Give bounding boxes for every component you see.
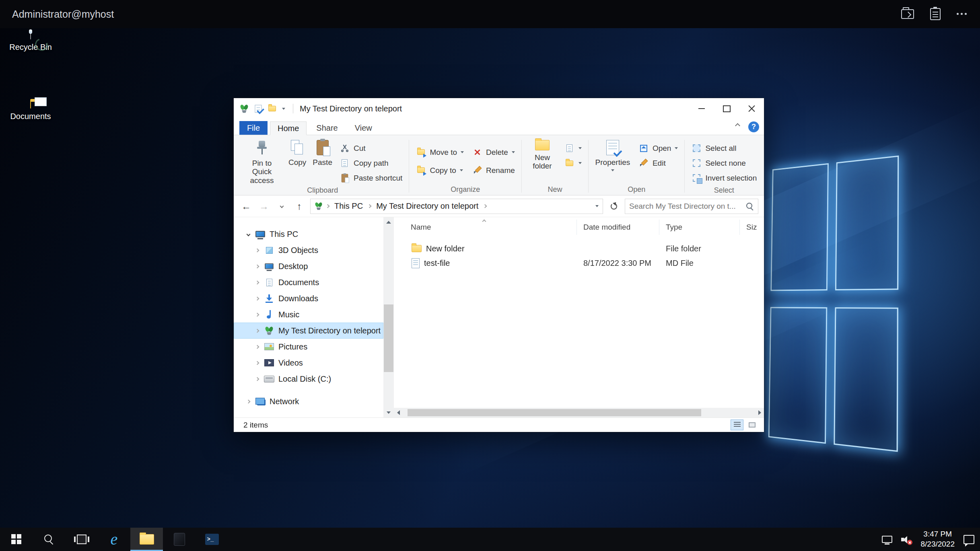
paste-shortcut-button[interactable]: Paste shortcut <box>336 171 406 185</box>
cut-button[interactable]: Cut <box>336 141 406 156</box>
expander-icon[interactable] <box>252 329 262 332</box>
column-header-name[interactable]: Name <box>394 220 577 235</box>
powershell-button[interactable]: >_ <box>196 528 228 551</box>
help-icon[interactable]: ? <box>748 121 759 132</box>
nav-item-local-disk-c[interactable]: Local Disk (C:) <box>234 371 383 387</box>
nav-item-videos[interactable]: Videos <box>234 355 383 371</box>
more-options-icon[interactable] <box>957 13 968 15</box>
expander-icon[interactable] <box>252 297 262 300</box>
nav-item-network[interactable]: Network <box>234 393 383 409</box>
expander-icon[interactable] <box>252 378 262 380</box>
breadcrumb-chevron-icon[interactable] <box>483 204 487 208</box>
breadcrumb-chevron-icon[interactable] <box>368 204 372 208</box>
forward-button[interactable]: → <box>257 199 271 213</box>
scroll-down-icon[interactable] <box>383 408 394 417</box>
tray-volume-muted-icon[interactable] <box>901 535 912 544</box>
new-folder-qat-icon[interactable] <box>268 106 276 111</box>
expander-icon[interactable] <box>252 265 262 268</box>
maximize-button[interactable] <box>714 98 739 119</box>
recent-locations-caret-icon[interactable] <box>275 199 288 213</box>
tab-view[interactable]: View <box>348 121 379 135</box>
breadcrumb-current-folder[interactable]: My Test Directory on teleport <box>375 201 480 212</box>
select-all-button[interactable]: Select all <box>688 141 760 156</box>
delete-button[interactable]: Delete <box>469 143 518 161</box>
expander-icon[interactable] <box>252 313 262 316</box>
customize-qat-caret-icon[interactable] <box>282 108 285 110</box>
collapse-ribbon-icon[interactable] <box>735 123 740 128</box>
breadcrumb-this-pc[interactable]: This PC <box>333 201 364 212</box>
nav-item-this-pc[interactable]: This PC <box>234 226 383 242</box>
scroll-right-icon[interactable] <box>755 408 764 417</box>
pin-to-quick-access-button[interactable]: Pin to Quick access <box>239 138 284 185</box>
minimize-button[interactable] <box>689 98 714 119</box>
nav-item-3d-objects[interactable]: 3D Objects <box>234 242 383 258</box>
search-input[interactable] <box>629 202 743 211</box>
taskbar-clock[interactable]: 3:47 PM 8/23/2022 <box>920 529 955 549</box>
expander-icon[interactable] <box>252 281 262 284</box>
address-bar[interactable]: This PC My Test Directory on teleport <box>310 199 603 214</box>
scroll-left-icon[interactable] <box>394 408 403 417</box>
nav-item-pictures[interactable]: Pictures <box>234 339 383 355</box>
column-header-type[interactable]: Type <box>659 220 740 235</box>
move-to-button[interactable]: Move to <box>412 143 467 161</box>
new-folder-button[interactable]: New folder <box>525 138 560 171</box>
nav-item-desktop[interactable]: Desktop <box>234 258 383 274</box>
expander-icon[interactable] <box>252 362 262 364</box>
properties-button[interactable]: Properties <box>592 138 634 171</box>
task-view-button[interactable] <box>65 528 98 551</box>
tray-display-icon[interactable] <box>882 536 892 543</box>
nav-item-downloads[interactable]: Downloads <box>234 290 383 306</box>
rename-button[interactable]: Rename <box>469 161 518 179</box>
large-icons-view-button[interactable] <box>745 419 758 430</box>
edit-button[interactable]: Edit <box>635 156 681 171</box>
properties-qat-icon[interactable] <box>255 105 262 113</box>
tab-file[interactable]: File <box>239 121 268 135</box>
paste-button[interactable]: Paste <box>310 138 335 167</box>
taskbar-search-button[interactable] <box>33 528 65 551</box>
expander-icon[interactable] <box>252 345 262 348</box>
address-dropdown-caret-icon[interactable] <box>595 205 599 207</box>
invert-selection-button[interactable]: Invert selection <box>688 171 760 185</box>
tab-share[interactable]: Share <box>309 121 345 135</box>
column-header-size[interactable]: Siz <box>740 220 764 235</box>
expander-icon[interactable] <box>243 400 253 403</box>
new-item-button[interactable] <box>561 141 585 156</box>
details-view-button[interactable] <box>731 419 743 430</box>
expander-icon[interactable] <box>243 233 253 236</box>
back-button[interactable]: ← <box>239 199 253 213</box>
nav-vertical-scrollbar[interactable] <box>383 217 394 417</box>
breadcrumb-chevron-icon[interactable] <box>326 204 330 208</box>
select-none-button[interactable]: Select none <box>688 156 760 171</box>
open-button[interactable]: Open <box>635 141 681 156</box>
file-row-new-folder[interactable]: New folder File folder <box>394 241 764 256</box>
title-bar[interactable]: My Test Directory on teleport <box>234 98 764 119</box>
scrollbar-thumb[interactable] <box>384 304 393 372</box>
easy-access-button[interactable] <box>561 156 585 171</box>
pinned-app-button[interactable] <box>163 528 196 551</box>
internet-explorer-button[interactable]: e <box>98 528 130 551</box>
scrollbar-thumb[interactable] <box>408 409 701 416</box>
scroll-up-icon[interactable] <box>383 217 394 227</box>
expander-icon[interactable] <box>252 249 262 252</box>
column-header-date-modified[interactable]: Date modified <box>577 220 659 235</box>
search-icon[interactable] <box>746 202 754 210</box>
tab-home[interactable]: Home <box>270 121 307 135</box>
start-button[interactable] <box>0 528 33 551</box>
copy-to-button[interactable]: Copy to <box>412 161 467 179</box>
file-transfer-icon[interactable] <box>901 9 914 19</box>
desktop-icon-documents[interactable]: Documents <box>3 101 58 121</box>
up-button[interactable]: ↑ <box>292 199 306 213</box>
refresh-button[interactable] <box>607 199 621 213</box>
action-center-icon[interactable] <box>964 535 974 544</box>
close-button[interactable] <box>739 98 764 119</box>
nav-item-music[interactable]: Music <box>234 306 383 323</box>
horizontal-scrollbar[interactable] <box>394 408 764 417</box>
clipboard-icon[interactable] <box>930 8 941 20</box>
file-explorer-button[interactable] <box>130 528 163 551</box>
copy-button[interactable]: Copy <box>286 138 309 167</box>
desktop-icon-recycle-bin[interactable]: Recycle Bin <box>3 32 58 52</box>
nav-item-my-test-directory[interactable]: My Test Directory on teleport <box>234 323 383 339</box>
copy-path-button[interactable]: Copy path <box>336 156 406 171</box>
nav-item-documents[interactable]: Documents <box>234 274 383 290</box>
file-row-test-file[interactable]: test-file 8/17/2022 3:30 PM MD File <box>394 256 764 270</box>
